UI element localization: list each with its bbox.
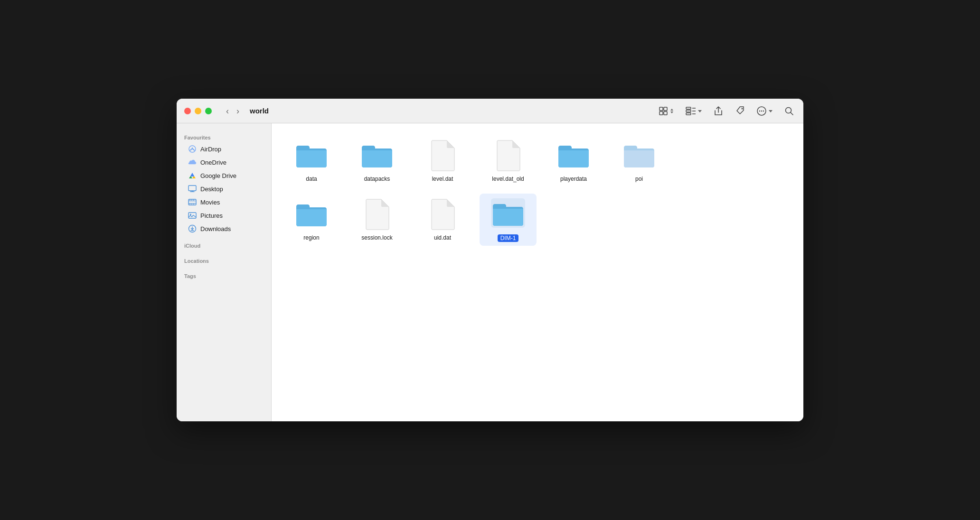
file-name-level-dat-old: level.dat_old (492, 176, 524, 182)
maximize-button[interactable] (205, 108, 212, 114)
svg-point-12 (759, 110, 760, 111)
group-icon (686, 106, 696, 116)
folder-icon-playerdata (556, 139, 591, 173)
file-item-playerdata[interactable]: playerdata (545, 135, 602, 186)
tag-icon (735, 106, 745, 116)
sidebar-item-airdrop[interactable]: AirDrop (180, 142, 267, 156)
svg-point-13 (761, 110, 762, 111)
chevron-updown-icon (669, 108, 674, 114)
svg-rect-3 (664, 111, 667, 115)
movies-icon (188, 198, 197, 206)
forward-button[interactable]: › (234, 106, 242, 116)
svg-line-16 (791, 112, 793, 115)
tags-header: Tags (177, 269, 271, 281)
search-button[interactable] (782, 104, 796, 118)
downloads-icon (188, 224, 197, 233)
sidebar-item-desktop[interactable]: Desktop (180, 182, 267, 195)
file-item-datapacks[interactable]: datapacks (349, 135, 405, 186)
file-name-level-dat: level.dat (432, 176, 453, 182)
svg-point-14 (763, 110, 764, 111)
svg-rect-2 (660, 111, 663, 115)
svg-rect-31 (188, 213, 196, 218)
file-item-poi[interactable]: poi (611, 135, 668, 186)
file-name-uid-dat: uid.dat (434, 234, 451, 241)
close-button[interactable] (184, 108, 191, 114)
icloud-header: iCloud (177, 239, 271, 251)
files-grid: data datapacks (283, 135, 792, 246)
minimize-button[interactable] (195, 108, 201, 114)
folder-icon-datapacks (360, 139, 394, 173)
grid-icon (659, 106, 668, 116)
folder-icon-dim1 (491, 197, 525, 232)
file-item-session-lock[interactable]: session.lock (349, 194, 405, 246)
file-item-level-dat[interactable]: level.dat (414, 135, 471, 186)
svg-rect-4 (686, 107, 691, 109)
window-title: world (250, 107, 269, 115)
favourites-header: Favourites (177, 131, 271, 142)
desktop-label: Desktop (200, 186, 223, 193)
movies-label: Movies (200, 199, 220, 206)
file-item-uid-dat[interactable]: uid.dat (414, 194, 471, 246)
desktop-icon (188, 185, 197, 193)
folder-icon-poi (622, 139, 656, 173)
sidebar-item-movies[interactable]: Movies (180, 195, 267, 209)
file-name-playerdata: playerdata (560, 176, 587, 182)
more-button[interactable] (754, 104, 775, 118)
downloads-label: Downloads (200, 225, 231, 232)
svg-rect-1 (664, 107, 667, 111)
googledrive-icon (188, 171, 197, 180)
tag-button[interactable] (733, 104, 747, 118)
share-button[interactable] (712, 104, 725, 118)
sidebar-item-googledrive[interactable]: Google Drive (180, 169, 267, 182)
file-item-data[interactable]: data (283, 135, 340, 186)
more-icon (756, 106, 767, 116)
locations-header: Locations (177, 254, 271, 266)
view-grid-button[interactable] (657, 104, 676, 118)
svg-rect-6 (686, 113, 691, 115)
file-icon-level-dat-old (491, 139, 525, 173)
svg-rect-19 (188, 186, 196, 191)
onedrive-label: OneDrive (200, 159, 226, 166)
pictures-icon (188, 211, 197, 220)
sidebar-item-pictures[interactable]: Pictures (180, 209, 267, 222)
svg-rect-22 (188, 199, 196, 205)
group-button[interactable] (684, 104, 704, 118)
folder-icon-data (294, 139, 329, 173)
search-icon (784, 106, 794, 116)
airdrop-label: AirDrop (200, 146, 221, 153)
pictures-label: Pictures (200, 212, 223, 219)
back-button[interactable]: ‹ (223, 106, 232, 116)
nav-buttons: ‹ › (223, 106, 242, 116)
file-icon-uid-dat (425, 197, 460, 232)
traffic-lights (184, 108, 212, 114)
folder-icon-region (294, 197, 329, 232)
sidebar: Favourites AirDrop (177, 123, 272, 421)
onedrive-icon (188, 158, 197, 167)
main-content: data datapacks (272, 123, 803, 421)
file-name-datapacks: datapacks (364, 176, 390, 182)
file-icon-session-lock (360, 197, 394, 232)
toolbar-right (657, 104, 796, 118)
file-icon-level-dat (425, 139, 460, 173)
content-area: Favourites AirDrop (177, 123, 803, 421)
file-name-region: region (303, 234, 319, 241)
sidebar-item-onedrive[interactable]: OneDrive (180, 156, 267, 169)
chevron-down-icon2 (768, 109, 773, 113)
chevron-down-icon (697, 109, 702, 113)
svg-point-18 (192, 148, 193, 149)
sidebar-item-downloads[interactable]: Downloads (180, 222, 267, 235)
file-item-level-dat-old[interactable]: level.dat_old (480, 135, 537, 186)
file-item-region[interactable]: region (283, 194, 340, 246)
file-name-dim1: DIM-1 (498, 234, 519, 242)
svg-point-10 (742, 108, 743, 109)
file-name-poi: poi (635, 176, 643, 182)
svg-point-32 (190, 214, 191, 215)
googledrive-label: Google Drive (200, 172, 236, 179)
share-icon (714, 106, 723, 116)
airdrop-icon (188, 145, 197, 153)
titlebar: ‹ › world (177, 99, 803, 123)
svg-rect-5 (686, 110, 691, 112)
file-name-session-lock: session.lock (361, 234, 392, 241)
file-name-data: data (306, 176, 317, 182)
file-item-dim1[interactable]: DIM-1 (480, 194, 537, 246)
